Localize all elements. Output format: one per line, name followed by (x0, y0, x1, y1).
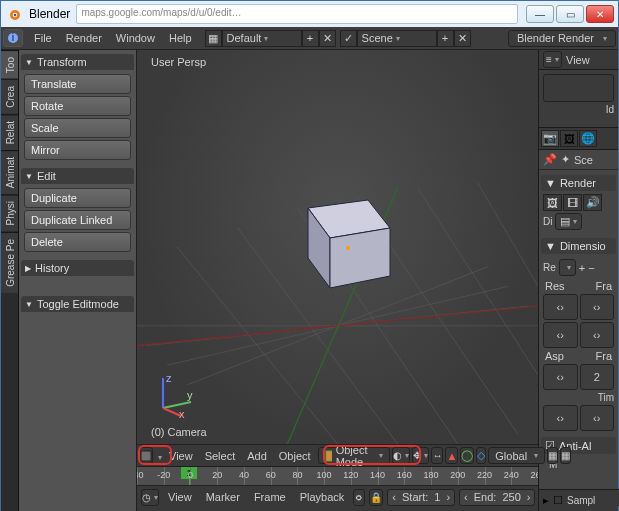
start-frame-field[interactable]: ‹ Start: 1 › (387, 489, 455, 506)
btn-scale[interactable]: Scale (24, 118, 131, 138)
outliner-view-label[interactable]: View (566, 54, 590, 66)
layout-name[interactable]: Default (222, 30, 302, 47)
3d-view-header: View Select Add Object Object Mode ◐ ✥ ↔… (137, 444, 538, 466)
scene-name[interactable]: Scene (357, 30, 437, 47)
render-image-button[interactable]: 🖼 (543, 194, 562, 211)
tab-create[interactable]: Crea (1, 79, 18, 114)
auto-keyframe-icon[interactable]: ⭘ (353, 489, 365, 506)
expand-icon[interactable]: ▸ (543, 494, 549, 507)
tab-render-icon[interactable]: 📷 (541, 130, 559, 147)
editor-type-chevron-icon[interactable] (155, 450, 162, 462)
vp-menu-add[interactable]: Add (242, 445, 272, 466)
default-cube[interactable] (278, 178, 398, 293)
properties-context-tabs[interactable]: 📷 🖼 🌐 (539, 128, 618, 150)
scene-browse-icon[interactable]: ✓ (340, 30, 357, 47)
btn-duplicate-linked[interactable]: Duplicate Linked (24, 210, 131, 230)
vp-menu-view[interactable]: View (164, 445, 198, 466)
manipulator-rotate-icon[interactable]: ◯ (460, 447, 474, 464)
timeline-tick: 260 (530, 470, 538, 480)
panel-history-header[interactable]: ▶History (21, 260, 134, 276)
menu-file[interactable]: File (27, 27, 59, 49)
manipulator-translate-icon[interactable]: ▲ (445, 447, 458, 464)
panel-edit-header[interactable]: ▼Edit (21, 168, 134, 184)
vp-menu-object[interactable]: Object (274, 445, 316, 466)
tab-animation[interactable]: Animat (1, 150, 18, 194)
display-mode-select[interactable]: ▤ (555, 213, 582, 230)
svg-marker-19 (330, 228, 390, 288)
scene-selector[interactable]: ✓ Scene + ✕ (340, 30, 471, 47)
keying-set-icon[interactable]: 🔒 (369, 489, 383, 506)
preset-remove-icon[interactable]: − (588, 262, 594, 274)
res-x-field[interactable]: ‹› (543, 294, 578, 320)
tab-tools[interactable]: Too (1, 50, 18, 79)
layout-browse-icon[interactable]: ▦ (205, 30, 222, 47)
toolshelf-tabs[interactable]: Too Crea Relat Animat Physi Grease Pe (1, 50, 19, 511)
render-audio-button[interactable]: 🔊 (583, 194, 602, 211)
frame-end-field[interactable]: ‹› (580, 322, 615, 348)
timeline-ruler[interactable]: 1 -40-2002040608010012014016018020022024… (137, 467, 538, 486)
tl-menu-view[interactable]: View (163, 491, 197, 503)
editor-type-timeline-icon[interactable]: ◷ (141, 489, 159, 506)
manipulator-scale-icon[interactable]: ◇ (476, 447, 486, 464)
tl-menu-frame[interactable]: Frame (249, 491, 291, 503)
tab-scene-icon[interactable]: 🌐 (579, 130, 597, 147)
3d-viewport[interactable]: User Persp (137, 50, 538, 444)
close-button[interactable]: ✕ (586, 5, 614, 23)
menu-render[interactable]: Render (59, 27, 109, 49)
aspect-y-field[interactable]: ‹› (543, 405, 578, 431)
panel-render[interactable]: ▼Render (541, 175, 616, 191)
scene-add-button[interactable]: + (437, 30, 454, 47)
btn-rotate[interactable]: Rotate (24, 96, 131, 116)
tl-menu-marker[interactable]: Marker (201, 491, 245, 503)
svg-point-20 (346, 246, 350, 250)
render-anim-button[interactable]: 🎞 (563, 194, 582, 211)
timeline-tick: 180 (424, 470, 439, 480)
timeline-tick: 240 (504, 470, 519, 480)
tab-physics[interactable]: Physi (1, 194, 18, 231)
shading-mode-button[interactable]: ◐ (392, 447, 410, 464)
svg-text:i: i (12, 32, 14, 43)
tl-menu-playback[interactable]: Playback (295, 491, 350, 503)
panel-dimensions[interactable]: ▼Dimensio (541, 238, 616, 254)
frame-start-field[interactable]: ‹› (580, 294, 615, 320)
tab-grease-pencil[interactable]: Grease Pe (1, 232, 18, 293)
res-y-field[interactable]: ‹› (543, 322, 578, 348)
aspect-x-field[interactable]: ‹› (543, 364, 578, 390)
panel-history-title: History (35, 262, 69, 274)
panel-toggle-editmode-header[interactable]: ▼Toggle Editmode (21, 296, 134, 312)
preset-add-icon[interactable]: + (579, 262, 585, 274)
menu-help[interactable]: Help (162, 27, 199, 49)
layout-add-button[interactable]: + (302, 30, 319, 47)
editor-type-3dview-icon[interactable] (139, 447, 153, 464)
scene-remove-button[interactable]: ✕ (454, 30, 471, 47)
vp-menu-select[interactable]: Select (200, 445, 241, 466)
fps-field[interactable]: 2 (580, 364, 615, 390)
manipulator-toggle[interactable]: ↔ (431, 447, 443, 464)
panel-transform-title: Transform (37, 56, 87, 68)
layers-button[interactable]: ▦ (547, 447, 558, 464)
orientation-selector[interactable]: Global (488, 447, 545, 464)
end-frame-field[interactable]: ‹ End: 250 › (459, 489, 535, 506)
editor-type-info-icon[interactable]: i (3, 29, 23, 47)
time-remap-field[interactable]: ‹› (580, 405, 615, 431)
tab-render-layers-icon[interactable]: 🖼 (560, 130, 578, 147)
timeline-tick: -40 (137, 470, 144, 480)
mode-selector[interactable]: Object Mode (318, 447, 391, 464)
pivot-point-button[interactable]: ✥ (412, 447, 429, 464)
tab-relations[interactable]: Relat (1, 114, 18, 150)
layers-button-2[interactable]: ▦ (560, 447, 571, 464)
pin-icon[interactable]: 📌 (543, 153, 557, 166)
screen-layout-selector[interactable]: ▦ Default + ✕ (205, 30, 336, 47)
menu-window[interactable]: Window (109, 27, 162, 49)
minimize-button[interactable]: — (526, 5, 554, 23)
btn-delete[interactable]: Delete (24, 232, 131, 252)
btn-mirror[interactable]: Mirror (24, 140, 131, 160)
maximize-button[interactable]: ▭ (556, 5, 584, 23)
render-engine-selector[interactable]: Blender Render (508, 30, 616, 47)
preset-select[interactable] (559, 259, 576, 276)
panel-transform-header[interactable]: ▼Transform (21, 54, 134, 70)
btn-translate[interactable]: Translate (24, 74, 131, 94)
editor-type-outliner-icon[interactable]: ≡ (543, 51, 562, 68)
btn-duplicate[interactable]: Duplicate (24, 188, 131, 208)
layout-remove-button[interactable]: ✕ (319, 30, 336, 47)
